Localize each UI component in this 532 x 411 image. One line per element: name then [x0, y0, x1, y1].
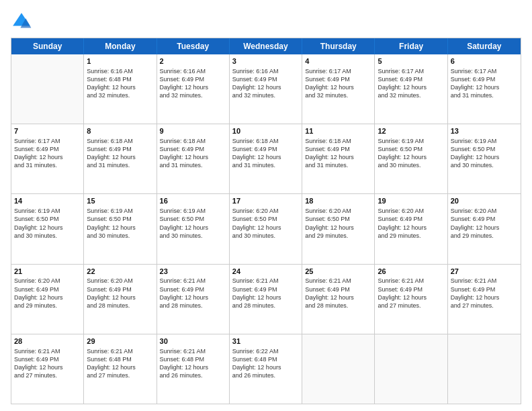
header-day-tuesday: Tuesday	[157, 38, 230, 54]
day-cell-31: 31Sunrise: 6:22 AM Sunset: 6:48 PM Dayli…	[230, 334, 302, 404]
day-info: Sunrise: 6:18 AM Sunset: 6:49 PM Dayligh…	[305, 137, 371, 170]
day-number: 23	[160, 267, 226, 277]
day-info: Sunrise: 6:21 AM Sunset: 6:48 PM Dayligh…	[160, 347, 226, 380]
day-number: 15	[87, 196, 153, 206]
calendar-row-2: 7Sunrise: 6:17 AM Sunset: 6:49 PM Daylig…	[11, 124, 521, 193]
page: SundayMondayTuesdayWednesdayThursdayFrid…	[0, 0, 532, 411]
day-number: 24	[232, 267, 299, 277]
day-info: Sunrise: 6:16 AM Sunset: 6:49 PM Dayligh…	[160, 67, 226, 100]
calendar: SundayMondayTuesdayWednesdayThursdayFrid…	[11, 38, 521, 404]
day-number: 19	[378, 196, 444, 206]
day-cell-20: 20Sunrise: 6:20 AM Sunset: 6:49 PM Dayli…	[448, 194, 521, 263]
day-number: 2	[160, 56, 226, 66]
day-number: 5	[378, 56, 444, 66]
empty-cell	[375, 334, 447, 404]
day-number: 7	[14, 126, 81, 136]
day-info: Sunrise: 6:17 AM Sunset: 6:49 PM Dayligh…	[305, 67, 371, 100]
day-info: Sunrise: 6:18 AM Sunset: 6:49 PM Dayligh…	[232, 137, 299, 170]
day-cell-21: 21Sunrise: 6:20 AM Sunset: 6:49 PM Dayli…	[11, 265, 84, 334]
day-info: Sunrise: 6:19 AM Sunset: 6:50 PM Dayligh…	[160, 207, 226, 240]
day-number: 8	[87, 126, 153, 136]
day-cell-3: 3Sunrise: 6:16 AM Sunset: 6:49 PM Daylig…	[230, 54, 302, 124]
calendar-row-3: 14Sunrise: 6:19 AM Sunset: 6:50 PM Dayli…	[11, 193, 521, 263]
day-cell-1: 1Sunrise: 6:16 AM Sunset: 6:48 PM Daylig…	[84, 54, 157, 124]
day-cell-12: 12Sunrise: 6:19 AM Sunset: 6:50 PM Dayli…	[375, 124, 447, 193]
day-cell-29: 29Sunrise: 6:21 AM Sunset: 6:48 PM Dayli…	[84, 334, 157, 404]
day-info: Sunrise: 6:19 AM Sunset: 6:50 PM Dayligh…	[451, 137, 518, 170]
day-number: 13	[451, 126, 518, 136]
day-number: 4	[305, 56, 371, 66]
day-info: Sunrise: 6:20 AM Sunset: 6:49 PM Dayligh…	[14, 277, 81, 310]
day-number: 31	[232, 336, 299, 347]
empty-cell	[448, 334, 521, 404]
day-info: Sunrise: 6:20 AM Sunset: 6:49 PM Dayligh…	[87, 277, 153, 310]
header-day-monday: Monday	[84, 38, 157, 54]
day-info: Sunrise: 6:20 AM Sunset: 6:50 PM Dayligh…	[232, 207, 299, 240]
day-cell-22: 22Sunrise: 6:20 AM Sunset: 6:49 PM Dayli…	[84, 265, 157, 334]
day-number: 10	[232, 126, 299, 136]
header-day-wednesday: Wednesday	[230, 38, 302, 54]
empty-cell	[302, 334, 375, 404]
calendar-row-5: 28Sunrise: 6:21 AM Sunset: 6:49 PM Dayli…	[11, 334, 521, 404]
day-cell-9: 9Sunrise: 6:18 AM Sunset: 6:49 PM Daylig…	[157, 124, 230, 193]
day-number: 28	[14, 336, 81, 347]
day-info: Sunrise: 6:16 AM Sunset: 6:48 PM Dayligh…	[87, 67, 153, 100]
day-info: Sunrise: 6:16 AM Sunset: 6:49 PM Dayligh…	[232, 67, 299, 100]
day-cell-15: 15Sunrise: 6:19 AM Sunset: 6:50 PM Dayli…	[84, 194, 157, 263]
day-number: 18	[305, 196, 371, 206]
day-cell-11: 11Sunrise: 6:18 AM Sunset: 6:49 PM Dayli…	[302, 124, 375, 193]
header	[11, 11, 521, 32]
day-cell-16: 16Sunrise: 6:19 AM Sunset: 6:50 PM Dayli…	[157, 194, 230, 263]
day-number: 3	[232, 56, 299, 66]
day-number: 9	[160, 126, 226, 136]
day-number: 1	[87, 56, 153, 66]
logo-icon	[11, 11, 32, 32]
day-info: Sunrise: 6:21 AM Sunset: 6:49 PM Dayligh…	[305, 277, 371, 310]
day-cell-27: 27Sunrise: 6:21 AM Sunset: 6:49 PM Dayli…	[448, 265, 521, 334]
day-info: Sunrise: 6:19 AM Sunset: 6:50 PM Dayligh…	[87, 207, 153, 240]
calendar-header: SundayMondayTuesdayWednesdayThursdayFrid…	[11, 38, 521, 54]
day-cell-10: 10Sunrise: 6:18 AM Sunset: 6:49 PM Dayli…	[230, 124, 302, 193]
day-cell-30: 30Sunrise: 6:21 AM Sunset: 6:48 PM Dayli…	[157, 334, 230, 404]
day-number: 12	[378, 126, 444, 136]
day-info: Sunrise: 6:19 AM Sunset: 6:50 PM Dayligh…	[14, 207, 81, 240]
day-cell-14: 14Sunrise: 6:19 AM Sunset: 6:50 PM Dayli…	[11, 194, 84, 263]
day-info: Sunrise: 6:17 AM Sunset: 6:49 PM Dayligh…	[451, 67, 518, 100]
day-cell-25: 25Sunrise: 6:21 AM Sunset: 6:49 PM Dayli…	[302, 265, 375, 334]
day-info: Sunrise: 6:21 AM Sunset: 6:49 PM Dayligh…	[451, 277, 518, 310]
day-cell-7: 7Sunrise: 6:17 AM Sunset: 6:49 PM Daylig…	[11, 124, 84, 193]
day-info: Sunrise: 6:18 AM Sunset: 6:49 PM Dayligh…	[87, 137, 153, 170]
header-day-sunday: Sunday	[11, 38, 84, 54]
day-info: Sunrise: 6:20 AM Sunset: 6:50 PM Dayligh…	[305, 207, 371, 240]
day-info: Sunrise: 6:21 AM Sunset: 6:49 PM Dayligh…	[160, 277, 226, 310]
day-info: Sunrise: 6:20 AM Sunset: 6:49 PM Dayligh…	[451, 207, 518, 240]
day-number: 20	[451, 196, 518, 206]
day-cell-5: 5Sunrise: 6:17 AM Sunset: 6:49 PM Daylig…	[375, 54, 447, 124]
day-info: Sunrise: 6:19 AM Sunset: 6:50 PM Dayligh…	[378, 137, 444, 170]
day-number: 22	[87, 267, 153, 277]
day-cell-28: 28Sunrise: 6:21 AM Sunset: 6:49 PM Dayli…	[11, 334, 84, 404]
day-info: Sunrise: 6:18 AM Sunset: 6:49 PM Dayligh…	[160, 137, 226, 170]
day-cell-17: 17Sunrise: 6:20 AM Sunset: 6:50 PM Dayli…	[230, 194, 302, 263]
day-cell-23: 23Sunrise: 6:21 AM Sunset: 6:49 PM Dayli…	[157, 265, 230, 334]
calendar-row-4: 21Sunrise: 6:20 AM Sunset: 6:49 PM Dayli…	[11, 264, 521, 334]
day-info: Sunrise: 6:20 AM Sunset: 6:49 PM Dayligh…	[378, 207, 444, 240]
day-cell-8: 8Sunrise: 6:18 AM Sunset: 6:49 PM Daylig…	[84, 124, 157, 193]
header-day-saturday: Saturday	[448, 38, 521, 54]
day-number: 26	[378, 267, 444, 277]
header-day-friday: Friday	[375, 38, 447, 54]
day-number: 29	[87, 336, 153, 347]
day-number: 17	[232, 196, 299, 206]
empty-cell	[11, 54, 84, 124]
day-cell-2: 2Sunrise: 6:16 AM Sunset: 6:49 PM Daylig…	[157, 54, 230, 124]
day-info: Sunrise: 6:22 AM Sunset: 6:48 PM Dayligh…	[232, 347, 299, 380]
day-cell-18: 18Sunrise: 6:20 AM Sunset: 6:50 PM Dayli…	[302, 194, 375, 263]
day-number: 27	[451, 267, 518, 277]
day-number: 30	[160, 336, 226, 347]
day-number: 6	[451, 56, 518, 66]
day-info: Sunrise: 6:21 AM Sunset: 6:49 PM Dayligh…	[378, 277, 444, 310]
day-number: 11	[305, 126, 371, 136]
day-info: Sunrise: 6:21 AM Sunset: 6:49 PM Dayligh…	[14, 347, 81, 380]
day-cell-24: 24Sunrise: 6:21 AM Sunset: 6:49 PM Dayli…	[230, 265, 302, 334]
day-cell-4: 4Sunrise: 6:17 AM Sunset: 6:49 PM Daylig…	[302, 54, 375, 124]
